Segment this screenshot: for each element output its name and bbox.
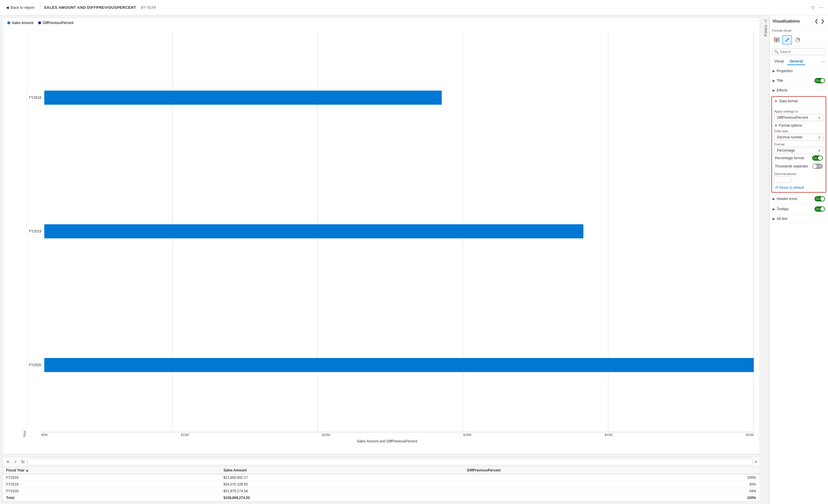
svg-rect-2 xyxy=(777,39,779,40)
effects-chevron-icon: ▶ xyxy=(773,89,775,92)
tab-visual[interactable]: Visual xyxy=(772,58,786,65)
bar-row-fy2019: FY2019 xyxy=(27,221,754,242)
thousands-separator-label: Thousands separator xyxy=(775,164,808,168)
col-diff-pct[interactable]: DiffPreviousPercent xyxy=(463,467,760,474)
header-icons-label: Header icons xyxy=(777,197,815,201)
section-title[interactable]: ▶ Title On xyxy=(770,76,828,86)
section-tooltips[interactable]: ▶ Tooltips On xyxy=(770,204,828,214)
tooltips-toggle-on-text: On xyxy=(816,208,820,211)
x-axis-title: Sales Amount and DiffPreviousPercent xyxy=(20,437,754,445)
x-axis: $0M $10M $20M $30M $40M $50M xyxy=(41,432,754,437)
legend-label-diff: DiffPreviousPercent xyxy=(43,21,74,25)
section-alt-text[interactable]: ▶ Alt text xyxy=(770,214,828,223)
header-icons-toggle-on-text: On xyxy=(816,197,820,201)
filters-label: Filters xyxy=(764,25,768,36)
tooltips-label: Tooltips xyxy=(777,207,815,211)
col-fiscal-year[interactable]: Fiscal Year ▲ xyxy=(3,467,220,474)
legend-dot-sales xyxy=(7,22,10,24)
viz-table-icon-btn[interactable] xyxy=(772,35,781,45)
more-icon[interactable]: ⋯ xyxy=(818,4,825,11)
cell-diff-fy2020: 34% xyxy=(463,488,760,495)
table-row: FY2019 $34,070,108.50 30% xyxy=(3,481,760,488)
data-format-label: Data format xyxy=(779,99,823,103)
filters-sidebar[interactable]: ▽ Filters xyxy=(762,15,769,504)
panel-scroll: ▶ Properties ▶ Title On ▶ Effects ▼ xyxy=(770,67,828,504)
bar-label-fy2019: FY2019 xyxy=(27,229,41,234)
tab-general[interactable]: General xyxy=(787,58,805,65)
formula-check-btn[interactable]: ✓ xyxy=(13,459,18,465)
format-visual-label: Format visual xyxy=(770,27,828,33)
reset-label: Reset to default xyxy=(779,185,804,190)
filter-icon[interactable]: ▽ xyxy=(810,4,816,11)
nav-right-btn[interactable]: ❯ xyxy=(820,17,825,24)
table-row: FY2018 $23,860,891.17 100% xyxy=(3,474,760,481)
reset-row[interactable]: ↺ Reset to default xyxy=(774,183,823,191)
formula-fx-btn[interactable]: fx xyxy=(20,459,26,465)
svg-point-5 xyxy=(788,38,789,39)
formula-dropdown-icon[interactable]: ∨ xyxy=(754,459,757,464)
section-header-icons[interactable]: ▶ Header icons On xyxy=(770,194,828,204)
legend-item-sales: Sales Amount xyxy=(7,21,34,25)
search-input[interactable] xyxy=(780,50,824,54)
thou-toggle-knob xyxy=(813,164,817,168)
tooltips-toggle[interactable]: On xyxy=(815,206,825,212)
reset-icon: ↺ xyxy=(775,185,778,190)
cell-total-diff: 100% xyxy=(463,495,760,501)
back-arrow-icon: ◀ xyxy=(6,5,9,10)
svg-rect-4 xyxy=(777,40,779,42)
nav-left-btn[interactable]: ❮ xyxy=(814,17,819,24)
formula-close-btn[interactable]: ✕ xyxy=(5,459,11,465)
tab-more-icon[interactable]: ⋯ xyxy=(821,59,826,65)
back-button[interactable]: ◀ Back to report xyxy=(3,4,37,11)
x-tick-2: $20M xyxy=(322,433,330,436)
cell-sales-fy2018: $23,860,891.17 xyxy=(220,474,464,481)
title-toggle-knob xyxy=(820,79,825,83)
analytics-icon xyxy=(795,37,800,43)
viz-paint-icon-btn[interactable] xyxy=(783,35,792,45)
col-sales-amount[interactable]: Sales Amount xyxy=(220,467,464,474)
section-effects[interactable]: ▶ Effects xyxy=(770,86,828,95)
legend: Sales Amount DiffPreviousPercent xyxy=(3,18,760,28)
viz-nav: ❮ ❯ xyxy=(814,17,825,24)
formula-input[interactable] xyxy=(28,458,753,465)
percentage-format-label: Percentage format xyxy=(775,156,804,160)
main-layout: Sales Amount DiffPreviousPercent Year xyxy=(0,15,828,504)
x-ticks: $0M $10M $20M $30M $40M $50M xyxy=(41,432,754,437)
header-icons-toggle-knob xyxy=(820,197,825,201)
svg-rect-0 xyxy=(774,38,779,39)
sort-icon: ▲ xyxy=(26,468,29,472)
top-bar: ◀ Back to report SALES AMOUNT AND DIFFPR… xyxy=(0,0,828,15)
format-dropdown[interactable]: Percentage ∨ xyxy=(774,147,823,154)
thousands-separator-toggle[interactable]: Off xyxy=(812,164,823,169)
header-icons-toggle[interactable]: On xyxy=(815,196,825,201)
percentage-format-toggle[interactable]: On xyxy=(812,155,823,161)
format-options-header[interactable]: ▼ Format options xyxy=(774,123,823,128)
viz-panel-header: Visualizations ❮ ❯ xyxy=(770,15,828,27)
data-format-header[interactable]: ▼ Data format xyxy=(772,97,826,106)
search-box: 🔍 xyxy=(772,48,826,55)
viz-panel-title: Visualizations xyxy=(773,19,800,24)
decimal-places-value[interactable] xyxy=(775,177,792,183)
data-type-dropdown[interactable]: Decimal number ∨ xyxy=(774,134,823,141)
bar-label-fy2018: FY2018 xyxy=(27,95,41,100)
title-label: Title xyxy=(777,79,815,83)
format-options-chevron-icon: ▼ xyxy=(774,124,778,127)
data-table: Fiscal Year ▲ Sales Amount DiffPreviousP… xyxy=(3,467,760,501)
chart-title: SALES AMOUNT AND DIFFPREVIOUSPERCENT xyxy=(44,5,136,10)
decimal-places-input[interactable]: ▲ ▼ xyxy=(774,176,792,183)
decimal-places-label: Decimal places xyxy=(774,172,823,176)
panel-tabs: Visual General ⋯ xyxy=(770,57,828,67)
paintbrush-icon xyxy=(785,37,790,43)
bar-track-fy2020 xyxy=(44,358,754,372)
chart-subtitle: BY YEAR xyxy=(141,6,156,10)
section-properties[interactable]: ▶ Properties xyxy=(770,67,828,76)
chart-wrapper: Year FY2018 xyxy=(20,31,754,437)
bar-track-fy2018 xyxy=(44,91,754,105)
format-field-label: Format xyxy=(774,142,823,146)
viz-icon-tabs xyxy=(770,33,828,47)
viz-analytics-icon-btn[interactable] xyxy=(793,35,802,45)
apply-settings-dropdown[interactable]: DiffPreviousPercent ∨ xyxy=(774,114,823,121)
bar-row-fy2020: FY2020 xyxy=(27,355,754,375)
title-toggle[interactable]: On xyxy=(815,78,825,83)
cell-diff-fy2018: 100% xyxy=(463,474,760,481)
